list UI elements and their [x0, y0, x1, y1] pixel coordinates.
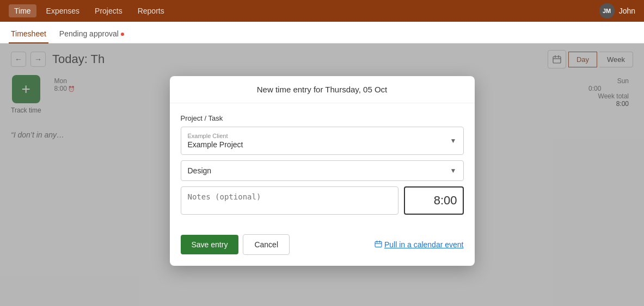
tab-pending-approval[interactable]: Pending approval: [57, 25, 126, 43]
tab-timesheet[interactable]: Timesheet: [9, 25, 48, 43]
project-select[interactable]: Example Client Example Project ▼: [181, 127, 464, 155]
nav-expenses[interactable]: Expenses: [41, 4, 85, 17]
project-value: Example Project: [188, 140, 243, 149]
nav-projects[interactable]: Projects: [89, 4, 128, 17]
project-select-wrapper: Example Client Example Project ▼: [181, 127, 464, 155]
save-entry-button[interactable]: Save entry: [181, 235, 239, 254]
chevron-down-icon: ▼: [450, 137, 457, 145]
top-nav: Time Expenses Projects Reports JM John: [0, 0, 644, 22]
notes-input[interactable]: [181, 186, 398, 215]
pending-dot: [121, 33, 124, 36]
modal-title: New time entry for Thursday, 05 Oct: [257, 85, 388, 94]
modal-header: New time entry for Thursday, 05 Oct: [170, 76, 475, 103]
pull-calendar-label: Pull in a calendar event: [384, 240, 464, 249]
task-value: Design: [188, 166, 212, 175]
time-value: 8:00: [434, 193, 457, 208]
pull-calendar-link[interactable]: Pull in a calendar event: [375, 240, 464, 249]
modal-footer: Save entry Cancel Pull in a calendar eve…: [170, 234, 475, 266]
calendar-link-icon: [375, 240, 382, 249]
nav-username: John: [619, 7, 635, 15]
time-input[interactable]: 8:00: [404, 186, 464, 215]
nav-time[interactable]: Time: [9, 4, 36, 17]
task-chevron-down-icon: ▼: [450, 167, 457, 174]
project-task-label: Project / Task: [181, 114, 464, 122]
sub-nav: Timesheet Pending approval: [0, 22, 644, 43]
task-select-wrapper: Design ▼: [181, 160, 464, 181]
svg-rect-4: [375, 241, 382, 247]
cancel-button[interactable]: Cancel: [243, 234, 290, 255]
main-content: ← → Today: Th Day Week + Track time: [0, 43, 644, 306]
modal: New time entry for Thursday, 05 Oct Proj…: [170, 76, 475, 266]
nav-reports[interactable]: Reports: [132, 4, 170, 17]
task-select[interactable]: Design ▼: [181, 160, 464, 181]
nav-right: JM John: [599, 3, 635, 18]
avatar: JM: [599, 3, 615, 18]
client-hint: Example Client: [188, 133, 243, 139]
notes-time-row: 8:00: [181, 186, 464, 215]
modal-body: Project / Task Example Client Example Pr…: [170, 103, 475, 234]
